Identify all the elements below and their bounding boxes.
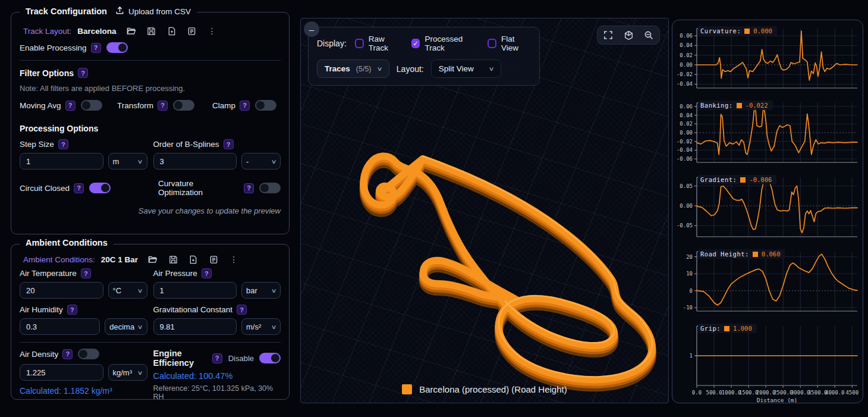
air-density-label: Air Density [20, 350, 58, 359]
raw-track-checkbox[interactable]: Raw Track [355, 35, 403, 52]
processing-options-head: Processing Options [20, 124, 281, 133]
cube-3d-icon[interactable] [622, 29, 634, 41]
banking-chart[interactable]: Banking: -0.022 0.060.040.020.00-0.02-0.… [674, 99, 861, 171]
processing-toggles-row: Circuit Closed ? Curvature Optimization … [20, 179, 281, 197]
step-size-label: Step Size [20, 140, 54, 149]
road-height-chart[interactable]: Road Height: 0.060 20100-10 [674, 248, 861, 319]
ambient-bottom-row: Air Density ? kg/m³∨ Calculated: 1.1852 … [20, 349, 281, 401]
air-density-help-icon[interactable]: ? [62, 349, 73, 359]
air-temp-input[interactable] [20, 282, 103, 299]
zoom-out-icon[interactable] [643, 29, 655, 41]
curvature-chart-tag: Curvature: 0.000 [698, 26, 777, 36]
legend-text: Barcelona (processed) (Road Height) [419, 384, 567, 394]
open-folder-icon[interactable] [147, 254, 158, 265]
checkbox-icon [355, 39, 364, 48]
viewer-legend: Barcelona (processed) (Road Height) [301, 384, 668, 394]
moving-avg-help-icon[interactable]: ? [65, 101, 76, 111]
legend-color-swatch [402, 384, 412, 394]
road-height-chart-tag: Road Height: 0.060 [698, 249, 785, 259]
gradient-chart-tag: Gradient: -0.006 [698, 175, 776, 184]
open-folder-icon[interactable] [126, 26, 137, 36]
air-temp-unit-select[interactable]: °C∨ [108, 282, 147, 299]
transform-help-icon[interactable]: ? [158, 101, 168, 111]
air-density-toggle[interactable] [78, 349, 99, 359]
kebab-menu-icon[interactable]: ⋮ [229, 255, 238, 264]
bspline-unit-select[interactable]: -∨ [241, 153, 281, 170]
chevron-down-icon: ∨ [271, 287, 276, 294]
air-density-input[interactable] [20, 364, 103, 381]
engine-efficiency-help-icon[interactable]: ? [212, 353, 222, 363]
svg-text:1: 1 [690, 353, 693, 359]
enable-processing-help-icon[interactable]: ? [91, 43, 101, 53]
circuit-closed-toggle[interactable] [89, 183, 111, 193]
transform-toggle[interactable] [173, 100, 194, 111]
new-file-icon[interactable] [188, 254, 199, 265]
flat-view-checkbox[interactable]: Flat View [488, 35, 531, 52]
grip-chart[interactable]: Grip: 1.000 10.0500.01000.01500.02000.02… [674, 322, 861, 412]
curvature-chart[interactable]: Curvature: 0.000 0.060.040.020.00-0.02-0… [674, 25, 861, 96]
svg-text:0.04: 0.04 [680, 112, 693, 118]
air-density-unit-select[interactable]: kg/m³∨ [108, 364, 147, 381]
grav-input[interactable] [153, 318, 237, 335]
svg-text:2000.0: 2000.0 [756, 390, 776, 396]
trace-color-swatch [744, 29, 750, 34]
trace-color-swatch [737, 103, 742, 108]
save-icon[interactable] [168, 254, 178, 265]
traces-dropdown-button[interactable]: Traces (5/5) ∨ [317, 59, 389, 78]
kebab-menu-icon[interactable]: ⋮ [208, 26, 216, 36]
ambient-conditions-panel: Ambient Conditions Ambient Conditions: 2… [11, 244, 290, 400]
air-pressure-label: Air Pressure [153, 269, 197, 278]
circuit-closed-help-icon[interactable]: ? [74, 183, 84, 193]
bspline-help-icon[interactable]: ? [224, 139, 234, 149]
air-humidity-label: Air Humidity [20, 305, 63, 314]
svg-text:4500: 4500 [845, 390, 858, 396]
curvature-opt-toggle[interactable] [259, 183, 281, 193]
moving-avg-label: Moving Avg [20, 101, 61, 110]
divider [20, 342, 281, 343]
enable-processing-toggle[interactable] [106, 42, 128, 53]
layout-label: Layout: [397, 64, 424, 74]
filter-note: Note: All filters are applied BEFORE pro… [20, 84, 281, 93]
svg-text:3000.0: 3000.0 [791, 390, 810, 396]
telemetry-charts-panel: Curvature: 0.000 0.060.040.020.00-0.02-0… [672, 20, 863, 403]
air-pressure-input[interactable] [153, 282, 237, 299]
svg-text:0.05: 0.05 [680, 183, 693, 189]
step-size-help-icon[interactable]: ? [58, 139, 68, 149]
clamp-help-icon[interactable]: ? [240, 101, 250, 111]
svg-text:10: 10 [686, 271, 693, 277]
bspline-input[interactable] [153, 153, 237, 170]
checkbox-icon [488, 39, 496, 48]
gradient-chart[interactable]: Gradient: -0.006 0.050.00-0.05 [674, 174, 861, 245]
grav-unit-select[interactable]: m/s²∨ [241, 318, 281, 335]
engine-efficiency-disable-label: Disable [228, 354, 254, 363]
minimize-viewer-button[interactable]: – [304, 21, 319, 37]
upload-from-csv-button[interactable]: Upload from CSV [115, 6, 191, 17]
air-pressure-help-icon[interactable]: ? [202, 268, 212, 278]
clamp-toggle[interactable] [255, 100, 276, 111]
svg-text:0.02: 0.02 [680, 121, 693, 127]
grav-help-icon[interactable]: ? [237, 305, 247, 315]
air-humidity-help-icon[interactable]: ? [67, 305, 77, 315]
air-temp-help-icon[interactable]: ? [81, 268, 91, 278]
air-humidity-input[interactable] [20, 318, 100, 335]
engine-efficiency-toggle[interactable] [259, 353, 281, 363]
step-size-input[interactable] [20, 153, 103, 170]
svg-text:3500.0: 3500.0 [808, 390, 828, 396]
air-pressure-unit-select[interactable]: bar∨ [241, 282, 281, 299]
save-icon[interactable] [146, 26, 157, 36]
fullscreen-icon[interactable] [602, 29, 614, 41]
notes-icon[interactable] [187, 26, 197, 36]
layout-select[interactable]: Split View ∨ [431, 59, 501, 78]
track-3d-viewer[interactable]: – Display: Raw Track ✓ Processed Track F… [300, 18, 669, 403]
chevron-down-icon: ∨ [137, 369, 143, 376]
curvature-opt-help-icon[interactable]: ? [244, 183, 254, 193]
step-size-unit-select[interactable]: m∨ [108, 153, 147, 170]
new-file-icon[interactable] [166, 26, 177, 36]
air-humidity-unit-select[interactable]: decima∨ [105, 318, 147, 335]
processed-track-checkbox[interactable]: ✓ Processed Track [411, 35, 480, 52]
moving-avg-toggle[interactable] [81, 100, 102, 111]
notes-icon[interactable] [208, 254, 219, 265]
filter-options-help-icon[interactable]: ? [78, 68, 88, 78]
filter-options-head: Filter Options ? [20, 68, 281, 78]
chevron-down-icon: ∨ [271, 324, 276, 330]
